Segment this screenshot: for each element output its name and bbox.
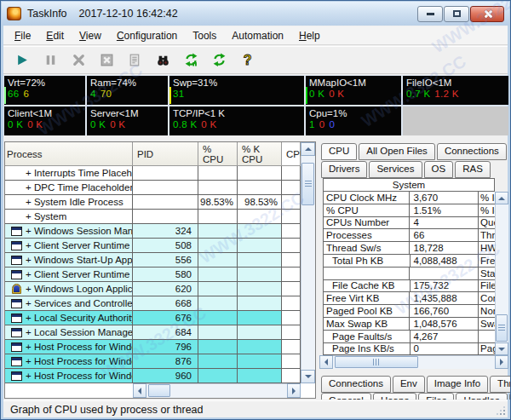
- system-label-cell: CPU Clock MHz: [324, 192, 410, 204]
- tab-services[interactable]: Services: [369, 161, 422, 178]
- process-row-676[interactable]: + Local Security Authority676: [5, 311, 301, 325]
- menu-item-automation[interactable]: Automation: [224, 28, 291, 43]
- system-row-processes: Processes66Thread: [324, 229, 495, 242]
- process-row-684[interactable]: + Local Session Manager684: [5, 325, 301, 340]
- status-panel-ram-74[interactable]: Ram=74%470: [87, 76, 168, 105]
- terminate-button[interactable]: [66, 49, 90, 72]
- detail-subtab-heaps[interactable]: Heaps: [373, 393, 416, 400]
- tab-cpu[interactable]: CPU: [321, 143, 357, 160]
- help-button[interactable]: ?: [235, 49, 259, 72]
- column-header-process[interactable]: Process: [5, 142, 133, 166]
- status-panel-mmapio-1m[interactable]: MMapIO<1M0 K0 K: [306, 76, 401, 105]
- process-row-556[interactable]: + Windows Start-Up Appli556: [5, 253, 301, 268]
- terminate-all-button[interactable]: [95, 49, 118, 72]
- system-row-blank: Stand: [324, 268, 495, 280]
- refresh-button[interactable]: [207, 49, 231, 72]
- graph-trace-bar: [169, 87, 171, 104]
- system-vscroll-thumb[interactable]: [496, 314, 508, 342]
- process-vscroll-up[interactable]: [301, 142, 315, 156]
- process-row-interrupts-time-placeho[interactable]: + Interrupts Time Placeho: [5, 166, 301, 181]
- process-kcpu-cell: [238, 296, 282, 310]
- process-row-876[interactable]: + Host Process for Windo876: [5, 354, 301, 369]
- status-panel-swp-31[interactable]: Swp=31%31: [169, 76, 304, 105]
- pause-button[interactable]: [38, 49, 62, 72]
- process-kcpu-cell: [238, 210, 282, 223]
- process-table: Process PID % CPU % K CPU CPU + Interrup…: [4, 141, 316, 399]
- status-panel-cpu-1[interactable]: Cpu=1%100: [306, 106, 401, 135]
- arrow-right-icon: [500, 359, 507, 365]
- process-row-508[interactable]: + Client Server Runtime P508: [5, 239, 301, 253]
- process-cpu-cell: [198, 354, 238, 368]
- system-row-max-swap-kb: Max Swap KB1,048,576Swap i: [324, 318, 495, 331]
- panel-label: FileIO<1M: [406, 77, 508, 89]
- menu-item-view[interactable]: View: [72, 28, 109, 43]
- detail-tab-env[interactable]: Env: [393, 376, 425, 393]
- refresh-pause-button[interactable]: [179, 49, 203, 72]
- status-panel-vrt-72[interactable]: Vrt=72%666: [4, 76, 85, 105]
- process-row-324[interactable]: + Windows Session Mana324: [5, 224, 301, 239]
- menu-item-tools[interactable]: Tools: [185, 28, 224, 43]
- detail-subtab-general[interactable]: General: [321, 393, 371, 400]
- minimize-button[interactable]: [417, 6, 443, 22]
- system-label-cell: Page Ins KB/s: [324, 343, 411, 355]
- column-header-cpu2[interactable]: CPU: [282, 142, 301, 166]
- status-panel-client-1m[interactable]: Client<1M0 K0 K: [4, 106, 85, 135]
- process-row-580[interactable]: + Client Server Runtime P580: [5, 268, 301, 282]
- detail-subtab-files[interactable]: Files: [418, 393, 454, 400]
- process-kcpu-cell: [238, 166, 282, 180]
- system-vscroll-up[interactable]: [495, 192, 508, 204]
- resize-grip[interactable]: [495, 405, 505, 415]
- system-vscroll-down[interactable]: [495, 342, 508, 355]
- system-extra-cell: Free P: [479, 255, 495, 267]
- detail-tab-thread[interactable]: Thread: [490, 376, 511, 393]
- panel-label: TCP/IP<1 K: [173, 107, 304, 119]
- menu-item-help[interactable]: Help: [291, 28, 328, 43]
- menu-item-edit[interactable]: Edit: [38, 28, 72, 43]
- process-row-system[interactable]: + System: [5, 210, 301, 224]
- system-hscroll-left[interactable]: [319, 355, 333, 369]
- process-row-960[interactable]: + Host Process for Windo960: [5, 369, 301, 383]
- find-icon: [156, 53, 170, 67]
- detail-subtab-handles[interactable]: Handles: [456, 393, 507, 400]
- menu-item-file[interactable]: File: [7, 28, 38, 43]
- restore-button[interactable]: [444, 6, 469, 22]
- status-panel-server-1m[interactable]: Server<1M0 K0 K: [87, 106, 168, 135]
- system-value-cell: 0: [411, 343, 479, 355]
- process-hscroll-right[interactable]: [287, 383, 301, 398]
- process-row-796[interactable]: + Host Process for Windo796: [5, 340, 301, 354]
- column-header-pid[interactable]: PID: [133, 142, 198, 166]
- process-row-system-idle-process[interactable]: + System Idle Process98.53%98.53%: [5, 195, 301, 210]
- tab-connections[interactable]: Connections: [437, 143, 507, 160]
- process-hscroll-left[interactable]: [133, 383, 146, 398]
- close-button[interactable]: [470, 6, 504, 22]
- process-cpu-cell: [198, 296, 238, 310]
- process-row-dpc-time-placeholder[interactable]: + DPC Time Placeholder: [5, 181, 301, 195]
- process-row-668[interactable]: + Services and Controller668: [5, 296, 301, 311]
- column-header-kcpu[interactable]: % K CPU: [238, 142, 282, 166]
- detail-tab-image-info[interactable]: Image Info: [427, 376, 488, 393]
- tab-os[interactable]: OS: [424, 161, 454, 178]
- process-icon-box: [7, 284, 26, 294]
- system-hscroll-right[interactable]: [495, 355, 508, 369]
- close-icon: [483, 9, 492, 19]
- tab-drivers[interactable]: Drivers: [321, 161, 367, 178]
- status-panel-fileio-1m[interactable]: FileIO<1M0.7 K1.2 K: [403, 76, 508, 105]
- system-extra-cell: Stand: [479, 268, 495, 279]
- status-panel-tcp-ip-1-k[interactable]: TCP/IP<1 K0.8 K0 K: [169, 106, 304, 135]
- detail-tab-connections[interactable]: Connections: [321, 376, 391, 393]
- title-bar[interactable]: TaskInfo 2017-12-10 16:42:42: [2, 2, 509, 26]
- run-button[interactable]: [10, 49, 34, 72]
- process-row-620[interactable]: + Windows Logon Applica620: [5, 282, 301, 296]
- tab-ras[interactable]: RAS: [455, 161, 491, 178]
- process-vscroll-down[interactable]: [301, 370, 315, 383]
- system-extra-cell: Page O: [479, 343, 495, 355]
- process-vscroll-thumb[interactable]: [301, 163, 314, 205]
- find-button[interactable]: [151, 49, 175, 72]
- process-hscroll-thumb[interactable]: [148, 384, 170, 397]
- tab-all-open-files[interactable]: All Open Files: [359, 143, 435, 160]
- menu-item-configuration[interactable]: Configuration: [109, 28, 185, 43]
- properties-button[interactable]: [123, 49, 146, 72]
- process-cpu-cell: [198, 369, 238, 383]
- column-header-cpu[interactable]: % CPU: [198, 142, 238, 166]
- system-hscroll-thumb[interactable]: [335, 356, 418, 368]
